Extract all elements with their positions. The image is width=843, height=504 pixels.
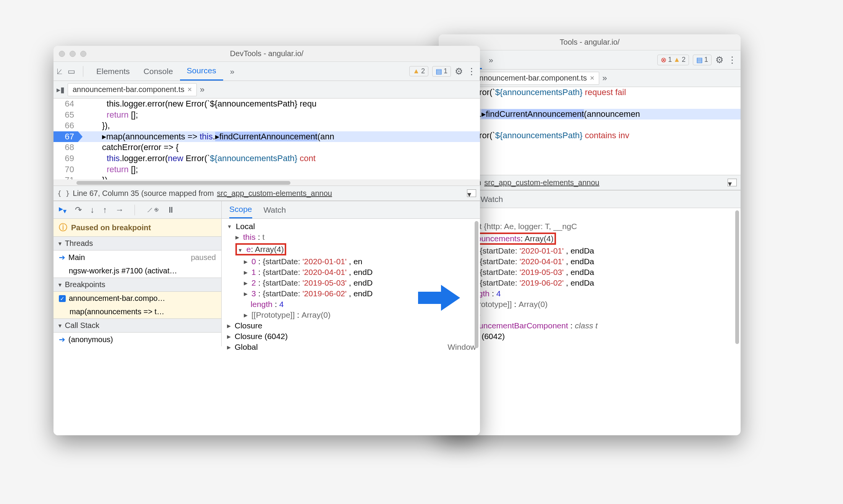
titlebar: DevTools - angular.io/	[53, 46, 480, 62]
array-length: length: 4	[444, 288, 737, 299]
array-prototype[interactable]: [[Prototype]]: Array(0)	[227, 310, 476, 320]
array-item[interactable]: 1: {startDate: '2020-04-01', endD	[227, 267, 476, 278]
scope-closure[interactable]: Closure	[227, 320, 476, 331]
debug-controls: ▸▾ ↷ ↓ ↑ → ⟋◉ ⏸	[53, 201, 222, 219]
array-item[interactable]: 3: {startDate: '2019-06-02', endDa	[444, 278, 737, 288]
select-icon[interactable]: ▾	[467, 189, 476, 197]
errors-badge[interactable]: ⊗1 ▲2	[657, 55, 689, 65]
section-breakpoints[interactable]: ▼Breakpoints	[53, 278, 222, 292]
scope-closure-6042[interactable]: Closure (6042)	[444, 331, 737, 342]
pretty-print-icon[interactable]: { }	[57, 189, 70, 197]
closure-item[interactable]: AnnouncementBarComponent: class t	[444, 320, 737, 331]
more-tabs-icon[interactable]: »	[482, 50, 500, 69]
array-item[interactable]: 2: {startDate: '2019-05-03', endDa	[444, 267, 737, 278]
tab-scope[interactable]: Scope	[229, 201, 252, 218]
scope-this[interactable]: this: t	[227, 232, 476, 242]
breakpoint-item[interactable]: ✓ announcement-bar.compo…	[53, 292, 222, 305]
device-icon[interactable]: ▭	[68, 67, 75, 76]
section-callstack[interactable]: ▼Call Stack	[53, 318, 222, 333]
status-bar: { } Line 67, Column 35 (source mapped fr…	[53, 186, 480, 201]
info-icon: ⓘ	[59, 222, 67, 233]
step-icon[interactable]: →	[115, 205, 124, 215]
tab-watch[interactable]: Watch	[264, 201, 286, 218]
scope-global[interactable]: GlobalWindow	[227, 342, 476, 352]
paused-banner: ⓘ Paused on breakpoint	[53, 219, 222, 236]
devtools-window-right: Tools - angular.io/ Sources » ⊗1 ▲2 ▤1 ⚙…	[439, 34, 741, 435]
debugger-panel: ▸▾ ↷ ↓ ↑ → ⟋◉ ⏸ ⓘ Paused on breakpoint ▼…	[53, 201, 480, 435]
warnings-badge[interactable]: ▲2	[409, 66, 428, 76]
inspect-icon[interactable]: ⟀	[57, 67, 62, 76]
thread-worker[interactable]: ngsw-worker.js #7100 (activat…	[53, 264, 222, 278]
checkbox-icon[interactable]: ✓	[59, 295, 66, 302]
step-out-icon[interactable]: ↑	[103, 205, 107, 215]
scrollbar-vertical[interactable]	[735, 210, 740, 433]
messages-badge[interactable]: ▤1	[432, 66, 451, 77]
devtools-window-left: DevTools - angular.io/ ⟀ ▭ Elements Cons…	[53, 46, 480, 435]
file-tab-announcement[interactable]: announcement-bar.component.ts ×	[470, 72, 599, 85]
messages-badge[interactable]: ▤1	[693, 55, 712, 65]
debugger-panel: Scope Watch Local this: t {http: Ae, log…	[439, 190, 741, 435]
select-icon[interactable]: ▾	[728, 179, 737, 186]
main-toolbar: ⟀ ▭ Elements Console Sources » ▲2 ▤1 ⚙ ⋮	[53, 62, 480, 81]
file-tabs: d8.js announcement-bar.component.ts × »	[439, 69, 741, 87]
tab-console[interactable]: Console	[137, 62, 180, 81]
more-files-icon[interactable]: »	[200, 85, 204, 95]
section-threads[interactable]: ▼Threads	[53, 236, 222, 250]
close-icon[interactable]: ×	[590, 74, 595, 82]
deactivate-bp-icon[interactable]: ⟋◉	[146, 205, 158, 215]
gear-icon[interactable]: ⚙	[715, 55, 724, 65]
close-icon[interactable]: ×	[187, 85, 192, 94]
step-into-icon[interactable]: ↓	[90, 205, 94, 215]
sourcemap-link[interactable]: src_app_custom-elements_annou	[217, 189, 332, 198]
resume-icon[interactable]: ▸▾	[59, 204, 66, 215]
scrollbar-vertical[interactable]	[475, 221, 479, 433]
array-prototype[interactable]: [[Prototype]]: Array(0)	[444, 299, 737, 310]
array-item[interactable]: 0: {startDate: '2020-01-01', en	[227, 256, 476, 267]
file-tabs: ▸▮ announcement-bar.component.ts × »	[53, 81, 480, 99]
annotation-arrow-icon	[418, 285, 460, 311]
scrollbar-horizontal[interactable]	[53, 179, 480, 186]
code-editor[interactable]: 64 this.logger.error(new Error(`${announ…	[53, 99, 480, 179]
scope-panel[interactable]: Local this: t {http: Ae, logger: T, __ng…	[439, 208, 741, 435]
tab-sources[interactable]: Sources	[180, 62, 223, 81]
sourcemap-link[interactable]: src_app_custom-elements_annou	[484, 178, 599, 187]
gear-icon[interactable]: ⚙	[455, 66, 463, 77]
kebab-icon[interactable]: ⋮	[728, 55, 737, 65]
titlebar: Tools - angular.io/	[439, 34, 741, 50]
array-item[interactable]: 1: {startDate: '2020-04-01', endDa	[444, 256, 737, 267]
pause-exceptions-icon[interactable]: ⏸	[167, 205, 175, 215]
window-title: DevTools - angular.io/	[53, 49, 480, 58]
thread-main[interactable]: ➔Mainpaused	[53, 250, 222, 264]
scope-panel[interactable]: Local this: t e: Array(4) 0: {startDate:…	[222, 219, 480, 435]
window-title: Tools - angular.io/	[439, 38, 741, 47]
array-item[interactable]: 0: {startDate: '2020-01-01', endDa	[444, 246, 737, 256]
scope-tabs: Scope Watch	[439, 191, 741, 208]
scope-tabs: Scope Watch	[222, 201, 480, 219]
scope-closure-6042[interactable]: Closure (6042)	[227, 331, 476, 342]
main-toolbar: Sources » ⊗1 ▲2 ▤1 ⚙ ⋮	[439, 50, 741, 69]
status-bar: apped from src_app_custom-elements_annou…	[439, 175, 741, 190]
step-over-icon[interactable]: ↷	[75, 205, 82, 215]
kebab-icon[interactable]: ⋮	[467, 66, 476, 77]
file-nav-icon[interactable]: ▸▮	[57, 85, 65, 94]
scope-closure[interactable]: Closure	[444, 310, 737, 320]
scope-local[interactable]: Local	[444, 210, 737, 221]
breakpoint-code: map(announcements => t…	[53, 305, 222, 318]
code-editor[interactable]: Error(`${announcementsPath} request fail…	[439, 87, 741, 175]
svg-marker-0	[418, 285, 460, 311]
scope-this[interactable]: this: t {http: Ae, logger: T, __ngC	[444, 221, 737, 232]
scope-variable-announcements[interactable]: announcements: Array(4)	[444, 232, 737, 246]
tab-elements[interactable]: Elements	[89, 62, 137, 81]
scope-variable-e[interactable]: e: Array(4)	[227, 242, 476, 256]
debugger-sidebar: ▸▾ ↷ ↓ ↑ → ⟋◉ ⏸ ⓘ Paused on breakpoint ▼…	[53, 201, 222, 435]
file-tab-announcement[interactable]: announcement-bar.component.ts ×	[68, 83, 197, 96]
scope-local[interactable]: Local	[227, 221, 476, 232]
callstack-frame[interactable]: ➔(anonymous)	[53, 333, 222, 346]
more-tabs-icon[interactable]: »	[223, 62, 242, 81]
more-files-icon[interactable]: »	[602, 73, 607, 83]
tab-watch[interactable]: Watch	[481, 191, 503, 208]
